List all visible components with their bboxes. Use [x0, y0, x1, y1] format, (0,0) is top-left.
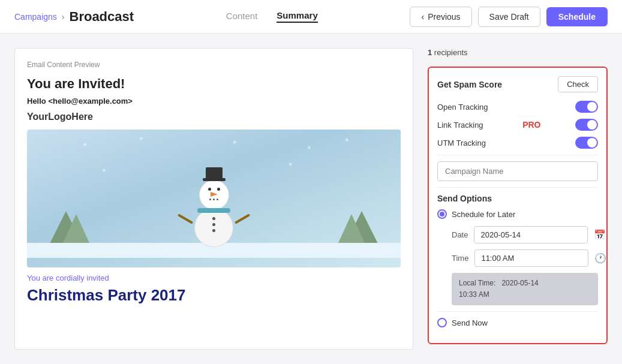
preview-label: Email Content Preview [27, 61, 401, 69]
preview-big-title: Christmas Party 2017 [27, 286, 401, 305]
time-input[interactable] [474, 249, 588, 267]
local-time-date: 2020-05-14 [501, 279, 538, 287]
recipients-count: 1 recipients [428, 48, 608, 57]
date-input[interactable] [474, 226, 588, 243]
send-now-row: Send Now [437, 318, 598, 327]
schedule-later-label: Schedule for Later [452, 210, 515, 219]
time-label: Time [452, 254, 468, 263]
preview-title: You are Invited! [27, 76, 401, 92]
link-tracking-toggle[interactable] [575, 119, 598, 131]
clock-icon[interactable]: 🕐 [594, 252, 606, 264]
eye-left [208, 188, 211, 191]
breadcrumb-chevron-icon: › [62, 12, 65, 22]
eye-right [217, 188, 220, 191]
schedule-for-later-row: Schedule for Later [437, 209, 598, 219]
save-draft-button[interactable]: Save Draft [478, 7, 540, 27]
arm-left [178, 213, 193, 224]
page-title: Broadcast [70, 9, 134, 25]
send-now-radio[interactable] [437, 318, 447, 327]
chevron-left-icon: ‹ [421, 12, 424, 22]
open-tracking-row: Open Tracking [437, 101, 598, 113]
utm-tracking-label: UTM Tracking [437, 139, 486, 148]
utm-tracking-row: UTM Tracking [437, 137, 598, 149]
snowman-mouth [209, 198, 218, 200]
tab-bar: Content Summary [226, 10, 318, 23]
date-row: Date 📅 [452, 226, 598, 243]
breadcrumb-campaigns-link[interactable]: Campaigns [14, 12, 57, 22]
breadcrumb: Campaigns › Broadcast [14, 9, 134, 25]
link-tracking-label: Link Tracking [437, 121, 483, 130]
tab-summary[interactable]: Summary [277, 10, 317, 23]
send-now-label: Send Now [452, 318, 488, 327]
arm-right [235, 213, 250, 224]
snowman-nose [211, 192, 218, 197]
preview-hello: Hello <hello@example.com> [27, 97, 401, 106]
recipients-number: 1 [428, 48, 432, 57]
toggle-knob [587, 102, 597, 112]
snowflake-6: ❄ [102, 168, 106, 173]
date-label: Date [452, 230, 468, 239]
check-button[interactable]: Check [558, 76, 598, 92]
settings-box: Get Spam Score Check Open Tracking Link … [428, 67, 608, 344]
snowman-body [194, 208, 233, 247]
logo-bold-text: Here [71, 112, 93, 122]
header-actions: ‹ Previous Save Draft Schedule [410, 7, 608, 27]
utm-tracking-toggle[interactable] [575, 137, 598, 149]
tree-left-2 [63, 214, 89, 243]
open-tracking-label: Open Tracking [437, 103, 488, 112]
preview-caption: You are cordially invited [27, 273, 401, 282]
campaign-name-input[interactable] [437, 161, 598, 181]
snowflake-2: ❄ [139, 136, 143, 142]
previous-button-label: Previous [428, 12, 460, 22]
tab-content[interactable]: Content [226, 11, 258, 22]
link-tracking-row: Link Tracking PRO [437, 119, 598, 131]
main-content: Email Content Preview You are Invited! H… [0, 34, 622, 364]
local-time-box: Local Time: 2020-05-14 10:33 AM [452, 273, 598, 305]
snowman-head [199, 180, 229, 210]
divider-3 [437, 311, 598, 312]
divider-1 [437, 155, 598, 155]
email-preview-panel: Email Content Preview You are Invited! H… [14, 48, 413, 350]
local-time-time: 10:33 AM [459, 290, 489, 299]
snowflake-5: ❄ [345, 137, 349, 143]
snowflake-1: ❄ [83, 142, 87, 148]
time-row: Time 🕐 [452, 249, 598, 267]
snowman-scarf [197, 208, 230, 213]
logo-plain-text: YourLogo [27, 112, 71, 122]
snowflake-4: ❄ [307, 145, 311, 151]
snowflake-3: ❄ [233, 140, 237, 145]
preview-logo: YourLogoHere [27, 112, 401, 122]
recipients-label: recipients [434, 48, 468, 57]
local-time-label: Local Time: [459, 279, 495, 287]
schedule-later-radio[interactable] [437, 209, 447, 219]
previous-button[interactable]: ‹ Previous [410, 7, 471, 27]
open-tracking-toggle[interactable] [575, 101, 598, 113]
divider-2 [437, 187, 598, 188]
schedule-button[interactable]: Schedule [546, 7, 608, 26]
spam-score-row: Get Spam Score Check [437, 76, 598, 92]
snowman-eyes [208, 188, 220, 191]
snowman-scene: ❄ ❄ ❄ ❄ ❄ ❄ ❄ [27, 130, 401, 258]
settings-panel: 1 recipients Get Spam Score Check Open T… [428, 48, 608, 350]
header: Campaigns › Broadcast Content Summary ‹ … [0, 0, 622, 34]
snowman-hat [206, 167, 223, 179]
email-image-preview: ❄ ❄ ❄ ❄ ❄ ❄ ❄ [27, 130, 401, 267]
spam-score-label: Get Spam Score [437, 80, 502, 89]
send-options-title: Send Options [437, 194, 598, 203]
pro-badge: PRO [522, 120, 540, 130]
tree-right-2 [338, 214, 365, 243]
calendar-icon[interactable]: 📅 [594, 229, 606, 240]
snowman [194, 180, 233, 247]
snowflake-7: ❄ [289, 162, 293, 167]
